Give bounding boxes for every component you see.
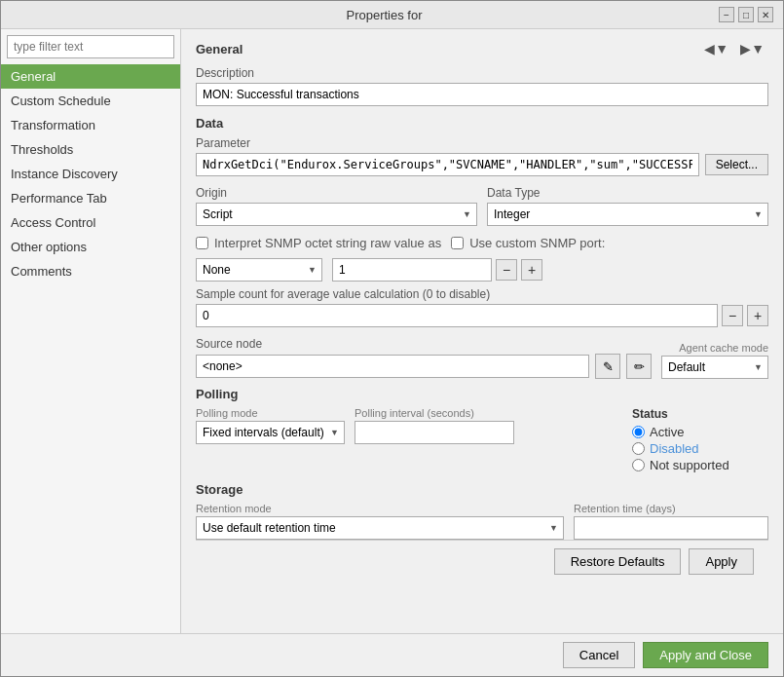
dialog-title: Properties for [50,8,719,22]
none-group: None [196,258,322,282]
polling-col: Polling mode Fixed intervals (default) P… [196,407,622,474]
main-content: General Custom Schedule Transformation T… [1,29,783,633]
description-label: Description [196,66,768,80]
restore-button[interactable]: □ [738,7,754,22]
sidebar-item-instance-discovery[interactable]: Instance Discovery [1,162,180,186]
agent-cache-select[interactable]: Default [661,356,768,379]
sidebar-item-other-options[interactable]: Other options [1,235,180,259]
retention-mode-group: Retention mode Use default retention tim… [196,503,564,540]
description-group: Description [196,66,768,106]
retention-time-input[interactable] [574,516,768,540]
origin-label: Origin [196,186,477,200]
agent-cache-group: Agent cache mode Default [661,342,768,379]
content-area: General ◀▼ ▶▼ Description Data Parameter… [181,29,783,633]
sidebar-item-performance-tab[interactable]: Performance Tab [1,186,180,210]
polling-controls: Polling mode Fixed intervals (default) P… [196,407,622,444]
status-label: Status [632,407,768,421]
source-pencil-btn[interactable]: ✎ [595,354,620,379]
filter-input[interactable] [7,35,174,58]
none-select[interactable]: None [196,258,322,282]
restore-defaults-button[interactable]: Restore Defaults [554,548,682,575]
sample-count-label: Sample count for average value calculati… [196,287,768,301]
polling-header: Polling [196,387,768,401]
agent-cache-label: Agent cache mode [679,342,768,354]
parameter-label: Parameter [196,136,768,150]
none-select-wrapper: None [196,258,322,282]
general-title: General [196,42,243,56]
source-node-group: Source node ✎ ✏ [196,337,652,379]
cancel-button[interactable]: Cancel [563,642,635,668]
sample-count-group: Sample count for average value calculati… [196,287,768,327]
source-node-label: Source node [196,337,652,351]
status-not-supported-item: Not supported [632,458,768,472]
sample-count-row: − + [196,304,768,327]
snmp-port-input[interactable] [332,258,492,282]
title-bar: Properties for − □ ✕ [1,1,783,29]
origin-group: Origin Script [196,186,477,226]
snmp-octet-checkbox[interactable] [196,237,208,249]
apply-button[interactable]: Apply [689,548,754,575]
back-button[interactable]: ◀▼ [700,39,732,58]
forward-button[interactable]: ▶▼ [736,39,768,58]
datatype-group: Data Type Integer [487,186,768,226]
status-disabled-radio[interactable] [632,442,645,455]
sidebar-item-access-control[interactable]: Access Control [1,210,180,235]
sidebar-item-general[interactable]: General [1,64,180,89]
status-disabled-label: Disabled [650,441,699,456]
minimize-button[interactable]: − [719,7,734,22]
bottom-buttons: Cancel Apply and Close [1,633,783,676]
properties-dialog: Properties for − □ ✕ General Custom Sche… [0,0,784,677]
source-node-row: ✎ ✏ [196,354,652,379]
agent-cache-select-wrapper: Default [661,356,768,379]
storage-row: Retention mode Use default retention tim… [196,503,768,540]
status-active-label: Active [650,425,684,439]
polling-status-row: Polling mode Fixed intervals (default) P… [196,407,768,474]
close-button[interactable]: ✕ [758,7,773,22]
origin-datatype-row: Origin Script Data Type Integer [196,186,768,226]
data-header: Data [196,116,768,131]
port-minus-btn[interactable]: − [496,259,517,281]
snmp-port-row: − + [332,258,542,282]
datatype-label: Data Type [487,186,768,200]
polling-interval-label: Polling interval (seconds) [355,407,514,419]
datatype-select[interactable]: Integer [487,203,768,226]
retention-mode-wrapper: Use default retention time [196,516,564,540]
apply-close-button[interactable]: Apply and Close [643,642,768,668]
sidebar: General Custom Schedule Transformation T… [1,29,181,633]
custom-snmp-checkbox[interactable] [451,237,464,249]
polling-mode-wrapper: Fixed intervals (default) [196,421,345,444]
sidebar-item-comments[interactable]: Comments [1,259,180,283]
source-edit-btn[interactable]: ✏ [626,354,652,379]
sidebar-item-thresholds[interactable]: Thresholds [1,137,180,162]
retention-mode-select[interactable]: Use default retention time [196,516,564,540]
polling-interval-input[interactable] [355,421,514,444]
description-input[interactable] [196,83,768,106]
origin-select[interactable]: Script [196,203,477,226]
sidebar-item-transformation[interactable]: Transformation [1,113,180,137]
status-disabled-item: Disabled [632,441,768,456]
datatype-select-wrapper: Integer [487,203,768,226]
storage-section: Storage Retention mode Use default reten… [196,482,768,540]
retention-mode-label: Retention mode [196,503,564,514]
polling-mode-select[interactable]: Fixed intervals (default) [196,421,345,444]
status-active-radio[interactable] [632,426,645,438]
polling-interval-group: Polling interval (seconds) [355,407,514,444]
sample-count-input[interactable] [196,304,718,327]
sample-minus-btn[interactable]: − [722,305,743,326]
storage-header: Storage [196,482,768,497]
select-button[interactable]: Select... [705,154,768,175]
polling-mode-group: Polling mode Fixed intervals (default) [196,407,345,444]
snmp-octet-label: Interpret SNMP octet string raw value as [214,236,441,250]
sidebar-item-custom-schedule[interactable]: Custom Schedule [1,89,180,113]
port-plus-btn[interactable]: + [521,259,542,281]
section-title-row: General ◀▼ ▶▼ [196,39,768,58]
polling-mode-label: Polling mode [196,407,345,419]
snmp-controls-row: None − + [196,258,768,282]
status-not-supported-radio[interactable] [632,459,645,471]
snmp-row: Interpret SNMP octet string raw value as… [196,232,768,254]
sample-plus-btn[interactable]: + [747,305,768,326]
status-col: Status Active Disabled Not supported [632,407,768,474]
parameter-input[interactable] [196,153,699,176]
source-node-input[interactable] [196,355,589,378]
nav-buttons: ◀▼ ▶▼ [700,39,768,58]
